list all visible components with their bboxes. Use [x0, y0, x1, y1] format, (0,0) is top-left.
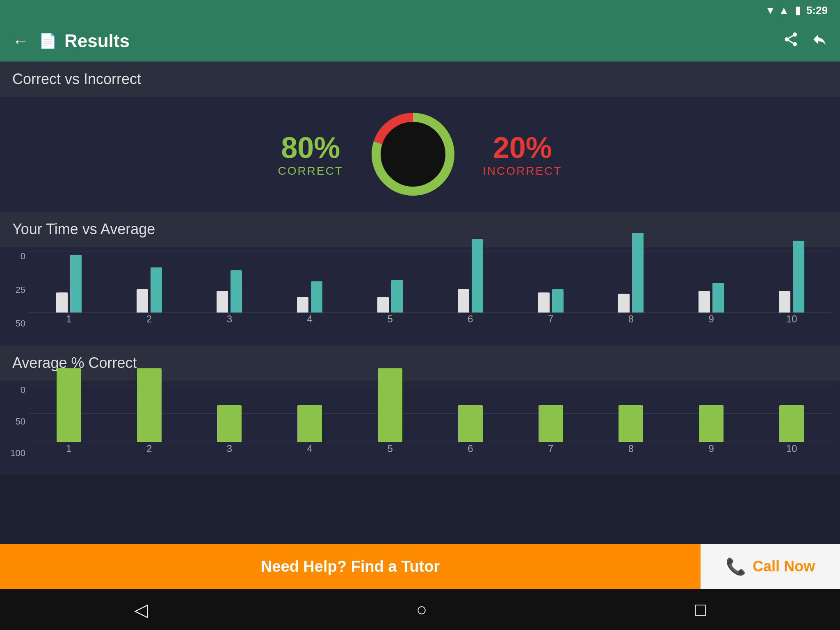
white-bar [217, 291, 228, 313]
app-bar: ← 📄 Results [0, 21, 840, 62]
time-bar-groups: 12345678910 [29, 251, 832, 329]
nav-home-button[interactable]: ○ [416, 599, 427, 620]
incorrect-label: 20% INCORRECT [483, 131, 562, 178]
status-bar: ▾ ▲ ▮ 5:29 [0, 0, 840, 21]
section-header-time: Your Time vs Average [0, 212, 840, 247]
x-label: 2 [146, 313, 152, 325]
x-label: 9 [709, 313, 714, 325]
call-now-button[interactable]: 📞 Call Now [701, 544, 840, 589]
teal-bar [151, 267, 162, 313]
avg-bar-group: 10 [751, 385, 832, 459]
green-bar [137, 368, 162, 442]
time-bar-group: 5 [350, 251, 430, 329]
avg-bar-group: 2 [109, 385, 189, 459]
green-bar [458, 405, 483, 442]
x-label: 3 [227, 313, 232, 325]
x-label: 9 [709, 443, 714, 454]
donut-chart [368, 109, 458, 199]
reply-button[interactable] [811, 31, 828, 51]
teal-bar [311, 281, 322, 313]
x-label: 4 [307, 313, 313, 325]
avg-bar-group: 6 [430, 385, 511, 459]
green-bar [619, 405, 643, 442]
incorrect-sublabel: INCORRECT [483, 164, 562, 178]
correct-label: 80% CORRECT [278, 131, 343, 178]
avg-section: 100 50 0 12345678910 [0, 381, 840, 475]
time-bar-group: 4 [269, 251, 350, 329]
x-label: 2 [146, 443, 152, 454]
teal-bar [231, 270, 242, 313]
white-bar [779, 291, 790, 313]
nav-back-button[interactable]: ◁ [134, 599, 148, 620]
time-display: 5:29 [806, 4, 828, 17]
white-bar [458, 289, 469, 313]
bottom-banner: Need Help? Find a Tutor 📞 Call Now [0, 544, 840, 589]
x-label: 5 [387, 313, 393, 325]
correct-sublabel: CORRECT [278, 164, 343, 178]
time-y-axis: 50 25 0 [8, 251, 29, 329]
green-bar [539, 405, 563, 442]
svg-point-3 [383, 124, 443, 185]
avg-y-axis: 100 50 0 [8, 385, 29, 459]
back-button[interactable]: ← [12, 32, 29, 50]
time-bar-group: 1 [29, 251, 109, 329]
time-bar-group: 9 [671, 251, 751, 329]
white-bar [538, 292, 550, 313]
avg-chart-area: 100 50 0 12345678910 [8, 385, 832, 475]
donut-section: 80% CORRECT 20% INCORRECT [0, 97, 840, 212]
status-icons: ▾ ▲ ▮ 5:29 [767, 4, 828, 17]
x-label: 4 [307, 443, 313, 454]
nav-recent-button[interactable]: □ [695, 599, 706, 620]
call-now-label: Call Now [753, 558, 815, 575]
share-button[interactable] [783, 31, 799, 51]
correct-pct: 80% [278, 131, 343, 164]
avg-bars-container: 12345678910 [29, 385, 832, 459]
avg-bar-group: 5 [350, 385, 430, 459]
avg-bar-group: 7 [511, 385, 591, 459]
time-bar-group: 7 [511, 251, 591, 329]
teal-bar [632, 233, 644, 313]
help-text: Need Help? Find a Tutor [0, 544, 701, 589]
x-label: 6 [468, 443, 473, 454]
x-label: 3 [227, 443, 232, 454]
x-label: 10 [786, 313, 797, 325]
nav-bar: ◁ ○ □ [0, 589, 840, 630]
x-label: 6 [468, 313, 473, 325]
time-bar-group: 8 [591, 251, 671, 329]
avg-bar-group: 3 [189, 385, 270, 459]
avg-bar-group: 9 [671, 385, 751, 459]
signal-icon: ▲ [778, 4, 789, 17]
x-label: 8 [628, 313, 634, 325]
time-chart-section: 50 25 0 12345678910 [0, 247, 840, 345]
x-label: 7 [548, 313, 553, 325]
section-header-correct: Correct vs Incorrect [0, 62, 840, 97]
avg-bar-group: 4 [269, 385, 350, 459]
avg-bar-group: 1 [29, 385, 109, 459]
teal-bar [552, 289, 564, 313]
white-bar [618, 294, 630, 313]
time-bar-group: 3 [189, 251, 270, 329]
green-bar [378, 368, 402, 442]
avg-bar-groups: 12345678910 [29, 385, 832, 459]
battery-icon: ▮ [795, 4, 801, 17]
white-bar [56, 292, 68, 313]
doc-icon: 📄 [39, 32, 57, 50]
page-title: Results [64, 31, 783, 51]
white-bar [137, 289, 148, 313]
avg-bar-group: 8 [591, 385, 671, 459]
white-bar [698, 291, 710, 313]
incorrect-pct: 20% [483, 131, 562, 164]
x-label: 1 [66, 443, 71, 454]
green-bar [779, 405, 804, 442]
x-label: 7 [548, 443, 553, 454]
wifi-icon: ▾ [767, 4, 773, 17]
time-bar-group: 6 [430, 251, 511, 329]
teal-bar [391, 280, 403, 313]
x-label: 5 [387, 443, 393, 454]
section-header-avg: Average % Correct [0, 345, 840, 381]
teal-bar [472, 239, 483, 313]
phone-icon: 📞 [726, 557, 746, 576]
teal-bar [70, 255, 82, 313]
green-bar [217, 405, 242, 442]
time-bars-container: 12345678910 [29, 251, 832, 329]
